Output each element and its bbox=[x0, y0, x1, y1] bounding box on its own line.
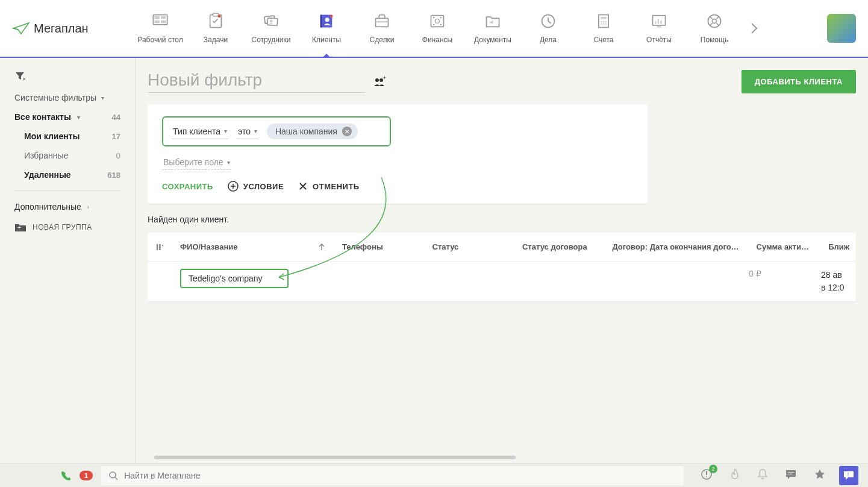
nav-desktop[interactable]: Рабочий стол bbox=[133, 8, 188, 49]
filter-field-selector[interactable]: Тип клиента ▾ bbox=[172, 124, 228, 139]
th-contract-status[interactable]: Статус договора bbox=[514, 242, 604, 251]
new-group-label: НОВАЯ ГРУППА bbox=[33, 223, 92, 231]
activities-icon bbox=[540, 13, 557, 30]
sidebar-additional[interactable]: Дополнительные › bbox=[0, 197, 135, 216]
nav-more-arrow[interactable] bbox=[742, 8, 766, 49]
svg-rect-51 bbox=[786, 470, 796, 477]
phone-badge: 1 bbox=[80, 471, 93, 480]
chevron-down-icon: ▾ bbox=[254, 128, 257, 134]
filter-operator-selector[interactable]: это ▾ bbox=[237, 124, 258, 139]
sidebar-system-filters[interactable]: Системные фильтры ▾ bbox=[0, 88, 135, 107]
alerts-icon[interactable]: 2 bbox=[701, 468, 713, 483]
table-row[interactable]: Tedeligo's company 0 ₽ 28 ав в 12:0 bbox=[148, 262, 856, 301]
th-phone[interactable]: Телефоны bbox=[334, 242, 423, 251]
sidebar-new-group[interactable]: + НОВАЯ ГРУППА bbox=[0, 216, 135, 238]
nav-help[interactable]: Помощь bbox=[687, 8, 742, 49]
logo-icon bbox=[12, 22, 30, 35]
svg-rect-53 bbox=[788, 474, 792, 474]
global-search[interactable] bbox=[101, 466, 684, 485]
plus-circle-icon bbox=[228, 181, 239, 192]
bell-icon[interactable] bbox=[757, 468, 768, 483]
filter-condition-row: Тип клиента ▾ это ▾ Наша компания ✕ bbox=[162, 116, 391, 146]
horizontal-scrollbar[interactable] bbox=[151, 456, 856, 459]
sort-arrow-icon[interactable] bbox=[310, 243, 334, 251]
sidebar-all-contacts[interactable]: Все контакты ▾ 44 bbox=[0, 107, 135, 127]
filter-add-row: Выберите поле ▾ bbox=[162, 155, 633, 170]
table-header: + ФИО/Название Телефоны Статус Статус до… bbox=[148, 233, 856, 262]
svg-rect-6 bbox=[213, 13, 218, 16]
content: Новый фильтр + ДОБАВИТЬ КЛИЕНТА Тип клие… bbox=[136, 58, 868, 463]
sidebar-deleted[interactable]: Удаленные 618 bbox=[0, 165, 135, 184]
nav-employees[interactable]: Сотрудники bbox=[243, 8, 299, 49]
svg-rect-46 bbox=[159, 244, 161, 250]
phone-icon[interactable] bbox=[60, 470, 71, 481]
nav-tasks[interactable]: Задачи bbox=[188, 8, 243, 49]
td-date-line2: в 12:0 bbox=[821, 281, 848, 294]
svg-point-29 bbox=[601, 24, 602, 25]
td-name: Tedeligo's company bbox=[172, 269, 297, 288]
nav-clients[interactable]: Клиенты bbox=[299, 8, 354, 49]
user-avatar[interactable] bbox=[827, 14, 856, 43]
sidebar-my-clients[interactable]: Мои клиенты 17 bbox=[0, 127, 135, 146]
sidebar-favorites[interactable]: Избранные 0 bbox=[0, 146, 135, 165]
filter-value-chip[interactable]: Наша компания ✕ bbox=[267, 124, 358, 139]
sidebar-count: 618 bbox=[107, 171, 120, 180]
th-amount[interactable]: Сумма акти… bbox=[748, 242, 820, 251]
cancel-button[interactable]: ОТМЕНИТЬ bbox=[298, 181, 360, 191]
add-client-button[interactable]: ДОБАВИТЬ КЛИЕНТА bbox=[742, 70, 856, 93]
columns-config-icon[interactable]: + bbox=[148, 243, 172, 251]
nav-activities[interactable]: Дела bbox=[520, 8, 576, 49]
star-icon[interactable] bbox=[814, 468, 826, 483]
action-label: ОТМЕНИТЬ bbox=[313, 182, 360, 191]
chip-remove-icon[interactable]: ✕ bbox=[342, 127, 352, 136]
svg-rect-2 bbox=[161, 16, 166, 19]
clients-icon bbox=[318, 13, 335, 30]
search-icon bbox=[108, 471, 118, 480]
scrollbar-thumb[interactable] bbox=[154, 456, 516, 459]
page-title[interactable]: Новый фильтр bbox=[148, 71, 364, 93]
bottombar: 1 2 ! bbox=[0, 463, 868, 487]
filter-reset-icon[interactable]: ✕ bbox=[0, 68, 135, 88]
fire-icon[interactable] bbox=[729, 468, 740, 483]
save-button[interactable]: СОХРАНИТЬ bbox=[162, 182, 213, 191]
svg-rect-1 bbox=[155, 16, 160, 19]
reports-icon bbox=[651, 13, 667, 30]
sidebar-item-label: Дополнительные bbox=[14, 202, 81, 212]
nav-label: Помощь bbox=[701, 36, 728, 44]
nav-deals[interactable]: Сделки bbox=[354, 8, 410, 49]
sidebar-item-label: Удаленные bbox=[24, 170, 71, 180]
filter-panel: Тип клиента ▾ это ▾ Наша компания ✕ Выбе… bbox=[148, 104, 648, 204]
sidebar-item-label: Все контакты bbox=[14, 112, 71, 122]
svg-point-18 bbox=[436, 19, 440, 24]
nav-label: Клиенты bbox=[312, 36, 341, 44]
nav-reports[interactable]: Отчёты bbox=[631, 8, 687, 49]
logo[interactable]: Мегаплан bbox=[12, 22, 133, 36]
svg-point-31 bbox=[605, 24, 606, 25]
feedback-button[interactable]: ! bbox=[839, 466, 858, 485]
svg-point-41 bbox=[375, 78, 379, 82]
th-status[interactable]: Статус bbox=[424, 242, 514, 251]
th-name[interactable]: ФИО/Название bbox=[172, 242, 310, 251]
svg-point-19 bbox=[433, 17, 434, 18]
nav-documents[interactable]: Документы bbox=[465, 8, 520, 49]
svg-point-30 bbox=[603, 24, 604, 25]
nav-label: Отчёты bbox=[646, 36, 672, 44]
td-amount: 0 ₽ bbox=[740, 269, 813, 278]
chat-icon[interactable] bbox=[785, 469, 797, 482]
sidebar-count: 44 bbox=[112, 113, 120, 122]
svg-point-14 bbox=[330, 15, 333, 18]
close-icon bbox=[298, 181, 308, 191]
search-input[interactable] bbox=[124, 471, 676, 480]
sidebar-heading-label: Системные фильтры bbox=[14, 93, 96, 102]
nav-finance[interactable]: Финансы bbox=[410, 8, 465, 49]
topbar: Мегаплан Рабочий стол Задачи Сотрудники … bbox=[0, 0, 868, 58]
nav-label: Документы bbox=[474, 36, 511, 44]
add-condition-button[interactable]: УСЛОВИЕ bbox=[228, 181, 284, 192]
th-next[interactable]: Ближ bbox=[820, 242, 856, 251]
main: ✕ Системные фильтры ▾ Все контакты ▾ 44 … bbox=[0, 58, 868, 463]
nav-invoices[interactable]: Счета bbox=[576, 8, 631, 49]
share-users-icon[interactable]: + bbox=[373, 75, 386, 89]
th-contract-date[interactable]: Договор: Дата окончания дого… bbox=[604, 242, 748, 251]
select-field-dropdown[interactable]: Выберите поле ▾ bbox=[162, 155, 231, 170]
chevron-right-icon bbox=[750, 22, 758, 35]
